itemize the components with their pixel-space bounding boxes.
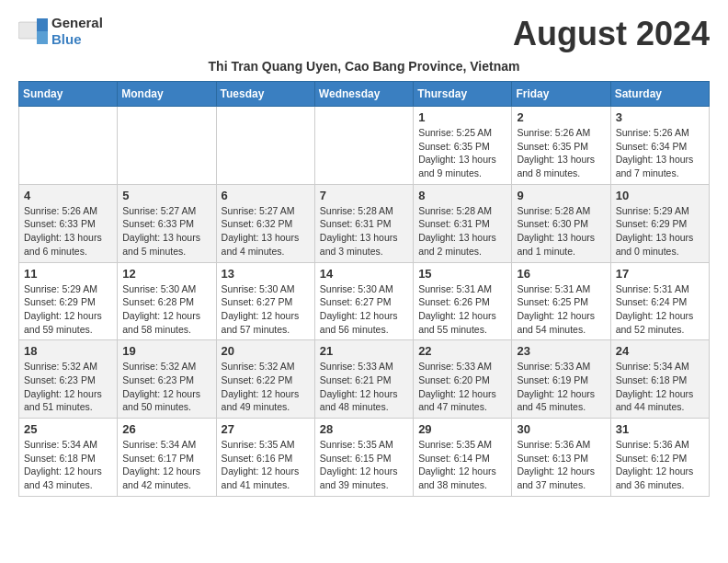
day-info: Sunrise: 5:28 AM Sunset: 6:30 PM Dayligh… <box>517 204 605 259</box>
svg-marker-1 <box>37 18 48 31</box>
day-info: Sunrise: 5:27 AM Sunset: 6:32 PM Dayligh… <box>222 204 310 259</box>
calendar-cell: 1Sunrise: 5:25 AM Sunset: 6:35 PM Daylig… <box>414 107 512 185</box>
calendar-cell: 18Sunrise: 5:32 AM Sunset: 6:23 PM Dayli… <box>19 340 118 419</box>
day-number: 10 <box>616 189 704 202</box>
calendar-cell: 26Sunrise: 5:34 AM Sunset: 6:17 PM Dayli… <box>118 419 216 497</box>
calendar-cell: 19Sunrise: 5:32 AM Sunset: 6:23 PM Dayli… <box>118 340 216 419</box>
calendar-cell: 7Sunrise: 5:28 AM Sunset: 6:31 PM Daylig… <box>314 184 413 262</box>
day-of-week-header: Saturday <box>610 82 709 107</box>
calendar-week-row: 25Sunrise: 5:34 AM Sunset: 6:18 PM Dayli… <box>19 419 710 497</box>
calendar-cell: 22Sunrise: 5:33 AM Sunset: 6:20 PM Dayli… <box>414 340 512 419</box>
calendar-cell: 15Sunrise: 5:31 AM Sunset: 6:26 PM Dayli… <box>414 262 512 340</box>
calendar-cell: 10Sunrise: 5:29 AM Sunset: 6:29 PM Dayli… <box>610 184 709 262</box>
day-number: 22 <box>418 344 506 358</box>
day-number: 30 <box>517 422 605 436</box>
calendar-cell: 5Sunrise: 5:27 AM Sunset: 6:33 PM Daylig… <box>118 184 216 262</box>
day-info: Sunrise: 5:36 AM Sunset: 6:12 PM Dayligh… <box>616 438 704 492</box>
day-info: Sunrise: 5:28 AM Sunset: 6:31 PM Dayligh… <box>320 204 408 259</box>
day-info: Sunrise: 5:35 AM Sunset: 6:15 PM Dayligh… <box>320 438 408 492</box>
day-number: 21 <box>320 344 408 358</box>
day-number: 9 <box>517 189 605 202</box>
day-of-week-header: Wednesday <box>314 82 413 107</box>
day-number: 26 <box>122 422 210 436</box>
day-info: Sunrise: 5:35 AM Sunset: 6:16 PM Dayligh… <box>222 438 310 492</box>
day-info: Sunrise: 5:32 AM Sunset: 6:23 PM Dayligh… <box>24 360 112 414</box>
day-number: 16 <box>517 267 605 281</box>
day-number: 28 <box>320 422 408 436</box>
calendar-cell <box>19 107 118 185</box>
day-number: 12 <box>122 267 210 281</box>
day-info: Sunrise: 5:30 AM Sunset: 6:27 PM Dayligh… <box>320 282 408 337</box>
day-info: Sunrise: 5:28 AM Sunset: 6:31 PM Dayligh… <box>418 204 506 259</box>
calendar-cell <box>314 107 413 185</box>
day-number: 3 <box>616 110 704 124</box>
day-number: 17 <box>616 267 704 281</box>
day-number: 14 <box>320 267 408 281</box>
calendar-cell: 27Sunrise: 5:35 AM Sunset: 6:16 PM Dayli… <box>216 419 314 497</box>
day-info: Sunrise: 5:34 AM Sunset: 6:18 PM Dayligh… <box>616 360 704 414</box>
day-info: Sunrise: 5:25 AM Sunset: 6:35 PM Dayligh… <box>418 126 506 180</box>
day-number: 24 <box>616 344 704 358</box>
calendar-week-row: 11Sunrise: 5:29 AM Sunset: 6:29 PM Dayli… <box>19 262 710 340</box>
day-number: 31 <box>616 422 704 436</box>
calendar-cell: 30Sunrise: 5:36 AM Sunset: 6:13 PM Dayli… <box>512 419 610 497</box>
day-info: Sunrise: 5:31 AM Sunset: 6:25 PM Dayligh… <box>517 282 605 337</box>
svg-rect-0 <box>18 22 39 39</box>
calendar-body: 1Sunrise: 5:25 AM Sunset: 6:35 PM Daylig… <box>19 107 710 497</box>
day-number: 13 <box>222 267 310 281</box>
day-info: Sunrise: 5:29 AM Sunset: 6:29 PM Dayligh… <box>24 282 112 337</box>
day-of-week-header: Thursday <box>414 82 512 107</box>
day-number: 11 <box>24 267 112 281</box>
calendar-table: SundayMondayTuesdayWednesdayThursdayFrid… <box>18 81 710 497</box>
day-info: Sunrise: 5:34 AM Sunset: 6:18 PM Dayligh… <box>24 438 112 492</box>
calendar-cell: 16Sunrise: 5:31 AM Sunset: 6:25 PM Dayli… <box>512 262 610 340</box>
day-number: 20 <box>222 344 310 358</box>
calendar-cell: 21Sunrise: 5:33 AM Sunset: 6:21 PM Dayli… <box>314 340 413 419</box>
day-info: Sunrise: 5:34 AM Sunset: 6:17 PM Dayligh… <box>122 438 210 492</box>
header: General Blue August 2024 <box>18 15 710 53</box>
day-number: 15 <box>418 267 506 281</box>
calendar-cell <box>118 107 216 185</box>
calendar-cell: 20Sunrise: 5:32 AM Sunset: 6:22 PM Dayli… <box>216 340 314 419</box>
day-of-week-header: Tuesday <box>216 82 314 107</box>
day-info: Sunrise: 5:36 AM Sunset: 6:13 PM Dayligh… <box>517 438 605 492</box>
calendar-cell: 24Sunrise: 5:34 AM Sunset: 6:18 PM Dayli… <box>610 340 709 419</box>
calendar-cell: 6Sunrise: 5:27 AM Sunset: 6:32 PM Daylig… <box>216 184 314 262</box>
day-number: 25 <box>24 422 112 436</box>
calendar-cell: 9Sunrise: 5:28 AM Sunset: 6:30 PM Daylig… <box>512 184 610 262</box>
calendar-cell: 14Sunrise: 5:30 AM Sunset: 6:27 PM Dayli… <box>314 262 413 340</box>
calendar-cell: 29Sunrise: 5:35 AM Sunset: 6:14 PM Dayli… <box>414 419 512 497</box>
calendar-cell: 4Sunrise: 5:26 AM Sunset: 6:33 PM Daylig… <box>19 184 118 262</box>
day-of-week-header: Friday <box>512 82 610 107</box>
logo-blue: Blue <box>51 31 82 47</box>
calendar-week-row: 1Sunrise: 5:25 AM Sunset: 6:35 PM Daylig… <box>19 107 710 185</box>
subtitle: Thi Tran Quang Uyen, Cao Bang Province, … <box>18 59 710 74</box>
logo: General Blue <box>18 15 103 48</box>
calendar-cell: 12Sunrise: 5:30 AM Sunset: 6:28 PM Dayli… <box>118 262 216 340</box>
day-info: Sunrise: 5:31 AM Sunset: 6:26 PM Dayligh… <box>418 282 506 337</box>
logo-text: General Blue <box>51 15 103 48</box>
day-number: 23 <box>517 344 605 358</box>
calendar-cell <box>216 107 314 185</box>
day-info: Sunrise: 5:32 AM Sunset: 6:23 PM Dayligh… <box>122 360 210 414</box>
calendar-cell: 25Sunrise: 5:34 AM Sunset: 6:18 PM Dayli… <box>19 419 118 497</box>
day-number: 29 <box>418 422 506 436</box>
day-number: 2 <box>517 110 605 124</box>
day-number: 7 <box>320 189 408 202</box>
day-number: 27 <box>222 422 310 436</box>
day-of-week-header: Sunday <box>19 82 118 107</box>
calendar-header-row: SundayMondayTuesdayWednesdayThursdayFrid… <box>19 82 710 107</box>
calendar-week-row: 18Sunrise: 5:32 AM Sunset: 6:23 PM Dayli… <box>19 340 710 419</box>
day-number: 19 <box>122 344 210 358</box>
calendar-cell: 2Sunrise: 5:26 AM Sunset: 6:35 PM Daylig… <box>512 107 610 185</box>
calendar-week-row: 4Sunrise: 5:26 AM Sunset: 6:33 PM Daylig… <box>19 184 710 262</box>
day-number: 5 <box>122 189 210 202</box>
day-number: 1 <box>418 110 506 124</box>
calendar-cell: 3Sunrise: 5:26 AM Sunset: 6:34 PM Daylig… <box>610 107 709 185</box>
calendar-cell: 13Sunrise: 5:30 AM Sunset: 6:27 PM Dayli… <box>216 262 314 340</box>
day-number: 4 <box>24 189 112 202</box>
day-info: Sunrise: 5:26 AM Sunset: 6:35 PM Dayligh… <box>517 126 605 180</box>
day-info: Sunrise: 5:32 AM Sunset: 6:22 PM Dayligh… <box>222 360 310 414</box>
calendar-cell: 28Sunrise: 5:35 AM Sunset: 6:15 PM Dayli… <box>314 419 413 497</box>
day-info: Sunrise: 5:35 AM Sunset: 6:14 PM Dayligh… <box>418 438 506 492</box>
